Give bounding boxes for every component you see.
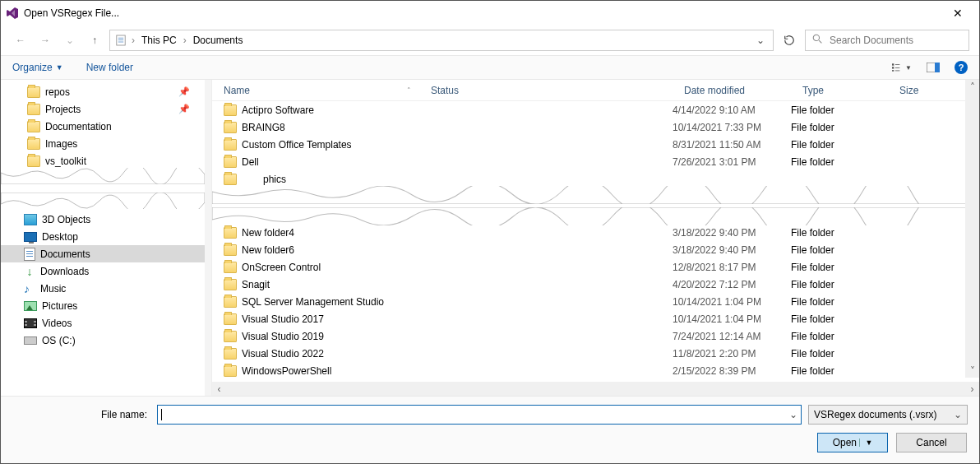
column-name[interactable]: Name ˄ xyxy=(212,85,419,96)
folder-icon xyxy=(27,86,40,98)
file-name: OnScreen Control xyxy=(242,262,321,273)
scroll-up-icon[interactable]: ˄ xyxy=(965,80,979,94)
file-name: Custom Office Templates xyxy=(242,139,352,151)
list-item[interactable]: Snagit4/20/2022 7:12 PMFile folder xyxy=(212,276,979,293)
pin-icon: 📌 xyxy=(178,86,190,97)
sidebar-item[interactable]: repos📌 xyxy=(1,83,205,100)
sidebar-item[interactable]: Videos xyxy=(1,314,205,332)
chevron-down-icon[interactable]: ⌄ xyxy=(751,35,770,46)
sidebar-item[interactable]: vs_toolkit xyxy=(1,152,205,169)
folder-icon xyxy=(27,104,40,115)
file-date: 3/18/2022 9:40 PM xyxy=(673,244,791,256)
column-date[interactable]: Date modified xyxy=(673,85,791,96)
list-item[interactable]: New folder43/18/2022 9:40 PMFile folder xyxy=(212,224,979,241)
file-date: 12/8/2021 8:17 PM xyxy=(673,262,791,273)
file-type: File folder xyxy=(791,331,888,342)
svg-rect-4 xyxy=(892,70,894,72)
sidebar-item[interactable]: Images xyxy=(1,135,205,152)
chevron-down-icon[interactable]: ⌄ xyxy=(789,409,797,420)
filename-input[interactable]: ⌄ xyxy=(157,405,802,425)
column-headers: Name ˄ Status Date modified Type Size xyxy=(212,80,979,101)
sort-asc-icon: ˄ xyxy=(407,86,411,95)
sidebar-item[interactable]: Documentation xyxy=(1,118,205,135)
folder-icon xyxy=(224,227,237,239)
breadcrumb-folder[interactable]: Documents xyxy=(190,35,247,46)
footer: File name: ⌄ VSRegex documents (.vsrx) ⌄… xyxy=(1,396,979,463)
preview-pane-button[interactable] xyxy=(923,59,943,76)
pin-icon: 📌 xyxy=(178,104,190,114)
file-date: 8/31/2021 11:50 AM xyxy=(673,139,791,151)
list-item[interactable]: Dell7/26/2021 3:01 PMFile folder xyxy=(212,153,979,170)
cancel-button[interactable]: Cancel xyxy=(896,433,967,452)
list-item[interactable]: Visual Studio 20197/24/2021 12:14 AMFile… xyxy=(212,327,979,345)
list-item[interactable]: Graphics xyxy=(212,170,979,188)
open-button[interactable]: Open ▼ xyxy=(817,433,888,452)
chevron-right-icon[interactable]: › xyxy=(130,35,136,46)
scroll-right-icon[interactable]: › xyxy=(965,382,979,396)
scrollbar-horizontal[interactable]: ‹ › xyxy=(212,382,979,396)
videos-icon xyxy=(24,318,37,328)
column-type[interactable]: Type xyxy=(791,85,888,96)
sidebar-item[interactable]: Projects📌 xyxy=(1,100,205,118)
sidebar-item-label: Documentation xyxy=(45,121,112,132)
list-item[interactable]: SQL Server Management Studio10/14/2021 1… xyxy=(212,293,979,310)
refresh-button[interactable] xyxy=(779,30,800,51)
sidebar-item[interactable]: OS (C:) xyxy=(1,332,205,349)
scroll-left-icon[interactable]: ‹ xyxy=(212,382,226,396)
file-name: Visual Studio 2017 xyxy=(242,313,324,325)
list-item[interactable]: Visual Studio 201710/14/2021 1:04 PMFile… xyxy=(212,310,979,327)
sidebar-item[interactable]: ↓Downloads xyxy=(1,262,205,280)
view-options-button[interactable]: ▼ xyxy=(892,59,912,76)
sidebar-item[interactable]: 3D Objects xyxy=(1,211,205,228)
list-item[interactable]: Custom Office Templates8/31/2021 11:50 A… xyxy=(212,136,979,153)
file-name: SQL Server Management Studio xyxy=(242,296,384,308)
forward-button[interactable]: → xyxy=(35,30,55,50)
music-icon: ♪ xyxy=(24,282,35,295)
file-date: 4/14/2022 9:10 AM xyxy=(673,104,791,116)
sidebar-item[interactable]: Desktop xyxy=(1,228,205,245)
sidebar-item-label: repos xyxy=(45,86,70,98)
close-button[interactable]: ✕ xyxy=(941,7,974,20)
sidebar-item-label: Projects xyxy=(45,104,81,115)
svg-rect-6 xyxy=(895,67,899,68)
list-item[interactable]: Visual Studio 202211/8/2021 2:20 PMFile … xyxy=(212,345,979,362)
folder-icon xyxy=(27,121,40,132)
downloads-icon: ↓ xyxy=(24,266,35,277)
list-item[interactable]: BRAING810/14/2021 7:33 PMFile folder xyxy=(212,118,979,136)
folder-icon xyxy=(224,104,237,116)
sidebar-item[interactable]: Documents xyxy=(1,245,205,262)
breadcrumb-root[interactable]: This PC xyxy=(138,35,180,46)
sidebar-item-label: Videos xyxy=(42,318,72,329)
organize-button[interactable]: Organize ▼ xyxy=(12,62,63,73)
sidebar-item[interactable]: ♪Music xyxy=(1,280,205,297)
list-item[interactable]: Actipro Software4/14/2022 9:10 AMFile fo… xyxy=(212,101,979,118)
file-name: New folder4 xyxy=(242,227,294,239)
file-type: File folder xyxy=(791,279,888,290)
back-button[interactable]: ← xyxy=(11,30,30,50)
file-date: 7/24/2021 12:14 AM xyxy=(673,331,791,342)
sidebar-item[interactable]: Pictures xyxy=(1,297,205,314)
up-button[interactable]: ↑ xyxy=(85,30,104,50)
sidebar-item-label: Pictures xyxy=(42,300,77,312)
help-button[interactable]: ? xyxy=(955,61,968,74)
recent-dropdown[interactable]: ⌄ xyxy=(60,30,80,50)
scrollbar-vertical[interactable]: ˄ ˅ xyxy=(965,80,979,378)
svg-rect-3 xyxy=(892,67,894,68)
folder-icon xyxy=(224,348,237,360)
file-type: File folder xyxy=(791,348,888,360)
file-date: 10/14/2021 1:04 PM xyxy=(673,313,791,325)
list-item[interactable]: OnScreen Control12/8/2021 8:17 PMFile fo… xyxy=(212,258,979,276)
chevron-right-icon[interactable]: › xyxy=(182,35,188,46)
filetype-filter[interactable]: VSRegex documents (.vsrx) ⌄ xyxy=(808,405,968,425)
new-folder-button[interactable]: New folder xyxy=(86,62,133,73)
file-name: Snagit xyxy=(242,279,270,290)
splitter[interactable] xyxy=(205,80,211,396)
column-status[interactable]: Status xyxy=(419,85,673,96)
list-item[interactable]: New folder63/18/2022 9:40 PMFile folder xyxy=(212,241,979,258)
breadcrumb[interactable]: › This PC › Documents ⌄ xyxy=(109,30,774,51)
search-input[interactable]: Search Documents xyxy=(805,30,969,51)
scroll-down-icon[interactable]: ˅ xyxy=(965,364,979,378)
chevron-down-icon: ▼ xyxy=(56,63,63,72)
list-item[interactable]: WindowsPowerShell2/15/2022 8:39 PMFile f… xyxy=(212,362,979,379)
svg-rect-9 xyxy=(935,63,940,72)
